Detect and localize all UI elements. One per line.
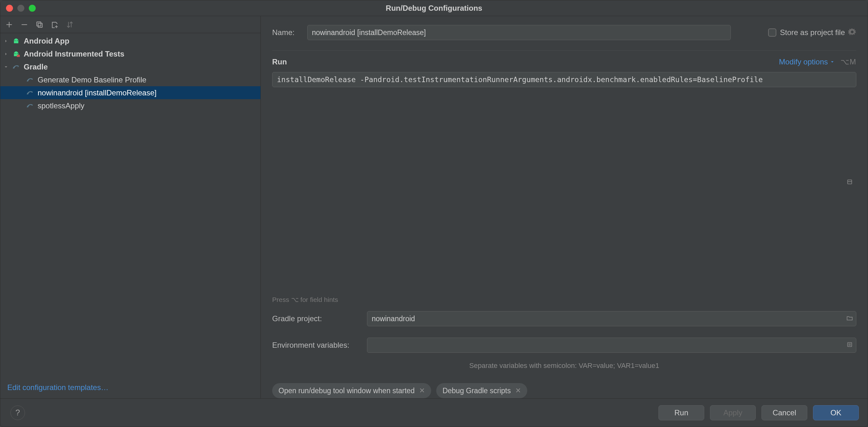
svg-rect-3	[38, 23, 42, 27]
tree-label: Generate Demo Baseline Profile	[38, 75, 146, 84]
close-window-button[interactable]	[6, 5, 13, 12]
svg-rect-4	[37, 22, 41, 26]
tag-label: Open run/debug tool window when started	[278, 387, 415, 395]
dialog-window: Run/Debug Configurations	[0, 0, 868, 427]
svg-point-8	[17, 40, 18, 41]
tree-label: nowinandroid [installDemoRelease]	[38, 89, 156, 97]
env-hint: Separate variables with semicolon: VAR=v…	[272, 362, 856, 370]
store-file-checkbox[interactable]	[768, 28, 776, 37]
tree-item-generate-demo[interactable]: Generate Demo Baseline Profile	[0, 73, 260, 86]
modify-options-label: Modify options	[779, 58, 828, 66]
copy-config-button[interactable]	[34, 20, 44, 30]
sidebar: Android App Android Instrumented Tests G…	[0, 16, 261, 398]
close-icon[interactable]: ✕	[515, 387, 521, 395]
android-test-icon	[12, 50, 21, 59]
chevron-down-icon	[830, 59, 835, 64]
env-row: Environment variables:	[272, 338, 856, 353]
list-icon[interactable]	[846, 341, 853, 349]
name-row: Name: Store as project file	[272, 25, 856, 40]
run-hint: Press ⌥ for field hints	[272, 296, 856, 303]
name-label: Name:	[272, 28, 294, 37]
store-file-label: Store as project file	[780, 28, 845, 37]
gradle-icon	[26, 89, 34, 97]
gradle-project-label: Gradle project:	[272, 314, 367, 323]
svg-rect-11	[17, 55, 20, 57]
gradle-icon	[26, 75, 34, 84]
dialog-footer: ? Run Apply Cancel OK	[0, 398, 868, 427]
tag-debug-gradle[interactable]: Debug Gradle scripts ✕	[436, 383, 527, 398]
run-button[interactable]: Run	[658, 405, 704, 420]
store-file-row: Store as project file	[768, 28, 856, 37]
apply-button[interactable]: Apply	[710, 405, 756, 420]
modify-options-shortcut: ⌥M	[840, 58, 856, 66]
titlebar: Run/Debug Configurations	[0, 0, 868, 16]
run-section-header: Run Modify options ⌥M	[272, 58, 856, 66]
svg-point-7	[14, 40, 15, 41]
run-command-wrap	[272, 72, 856, 293]
tree-label: spotlessApply	[38, 101, 84, 110]
tree-label: Android Instrumented Tests	[24, 50, 124, 59]
add-config-button[interactable]	[4, 20, 14, 30]
run-command-input[interactable]	[272, 72, 856, 87]
env-label: Environment variables:	[272, 341, 367, 350]
expand-icon[interactable]	[846, 178, 853, 187]
env-input[interactable]	[367, 338, 856, 353]
tree-node-android-app[interactable]: Android App	[0, 34, 260, 47]
svg-rect-14	[848, 343, 852, 347]
gradle-project-row: Gradle project:	[272, 311, 856, 326]
env-wrap	[367, 338, 856, 353]
run-section-title: Run	[272, 58, 287, 66]
tree-node-gradle[interactable]: Gradle	[0, 60, 260, 73]
tag-label: Debug Gradle scripts	[442, 387, 511, 395]
android-icon	[12, 37, 21, 45]
gradle-project-input[interactable]	[367, 311, 856, 326]
chevron-right-icon	[3, 51, 9, 57]
zoom-window-button[interactable]	[29, 5, 36, 12]
tree-label: Android App	[24, 37, 69, 45]
gradle-project-wrap	[367, 311, 856, 326]
traffic-lights	[0, 5, 36, 12]
chevron-down-icon	[3, 64, 9, 70]
chevron-right-icon	[3, 38, 9, 44]
edit-templates-link[interactable]: Edit configuration templates…	[0, 377, 260, 398]
name-input[interactable]	[307, 25, 731, 40]
svg-point-10	[17, 53, 18, 54]
cancel-button[interactable]: Cancel	[762, 405, 807, 420]
tag-open-tool-window[interactable]: Open run/debug tool window when started …	[272, 383, 431, 398]
tree-item-spotless[interactable]: spotlessApply	[0, 99, 260, 112]
window-title: Run/Debug Configurations	[0, 4, 868, 13]
ok-button[interactable]: OK	[813, 405, 859, 420]
main-form: Name: Store as project file Run Modify o…	[261, 16, 868, 398]
minimize-window-button[interactable]	[18, 5, 24, 12]
gradle-icon	[26, 101, 34, 110]
tree-label: Gradle	[24, 63, 48, 71]
sort-button[interactable]	[65, 20, 75, 30]
modify-options-link[interactable]: Modify options	[779, 58, 835, 66]
close-icon[interactable]: ✕	[419, 387, 425, 395]
tree-item-install-demo[interactable]: nowinandroid [installDemoRelease]	[0, 86, 260, 99]
save-template-button[interactable]	[50, 20, 60, 30]
config-tree[interactable]: Android App Android Instrumented Tests G…	[0, 33, 260, 377]
gradle-icon	[12, 63, 21, 71]
svg-point-9	[14, 53, 15, 54]
options-tags: Open run/debug tool window when started …	[272, 383, 856, 398]
divider	[272, 50, 856, 51]
folder-icon[interactable]	[846, 315, 853, 323]
footer-buttons: Run Apply Cancel OK	[658, 405, 859, 420]
tree-node-android-tests[interactable]: Android Instrumented Tests	[0, 47, 260, 60]
sidebar-toolbar	[0, 16, 260, 33]
gear-icon[interactable]	[848, 28, 856, 37]
help-button[interactable]: ?	[10, 405, 25, 420]
dialog-body: Android App Android Instrumented Tests G…	[0, 16, 868, 398]
remove-config-button[interactable]	[19, 20, 29, 30]
